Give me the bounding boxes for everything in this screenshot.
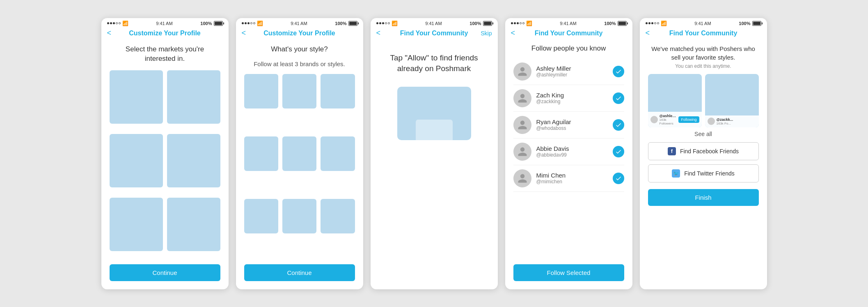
battery-icon-2	[348, 21, 357, 26]
user-handle-0: @ashleymiller	[536, 72, 613, 78]
twitter-label: Find Twitter Friends	[684, 170, 735, 177]
user-row-4[interactable]: Mimi Chen @mimichen	[513, 165, 624, 192]
style-tile-8[interactable]	[282, 199, 316, 233]
user-name-0: Ashley Miller	[536, 65, 613, 72]
status-left-5: 📶	[646, 21, 667, 26]
avatar-3	[513, 143, 531, 161]
back-button-3[interactable]: <	[376, 29, 381, 37]
user-row-3[interactable]: Abbie Davis @abbiedav99	[513, 138, 624, 165]
tile-2[interactable]	[167, 70, 220, 124]
person-icon-4	[517, 173, 528, 184]
signal-icon-2	[242, 22, 255, 24]
user-row-2[interactable]: Ryan Aguilar @whodaboss	[513, 112, 624, 138]
style-tile-4[interactable]	[244, 136, 278, 171]
battery-pct-5: 100%	[739, 21, 750, 26]
nav-title-5: Find Your Community	[669, 30, 737, 37]
battery-icon-5	[752, 21, 761, 26]
follow-selected-button[interactable]: Follow Selected	[513, 264, 624, 281]
style-tile-5[interactable]	[282, 136, 316, 171]
nav-bar-4: < Find Your Community	[505, 28, 632, 40]
user-info-1: Zach King @zackking	[536, 92, 613, 104]
status-bar-4: 📶 9:41 AM 100%	[505, 18, 632, 28]
user-handle-4: @mimichen	[536, 179, 613, 185]
status-left-1: 📶	[107, 21, 128, 26]
time-display-4: 9:41 AM	[560, 21, 576, 26]
style-tile-6[interactable]	[321, 136, 355, 171]
posher-card-footer-1: @zackk... 163k Fo...	[705, 115, 759, 127]
posher-avatar-0	[650, 116, 658, 123]
user-name-2: Ryan Aguilar	[536, 118, 613, 125]
tile-5[interactable]	[110, 198, 163, 251]
continue-button-2[interactable]: Continue	[244, 264, 355, 281]
posher-card-1: @zackk... 163k Fo...	[705, 74, 759, 127]
status-bar-2: 📶 9:41 AM 100%	[236, 18, 363, 28]
status-bar-3: 📶 9:41 AM 100%	[371, 18, 498, 28]
check-icon-1	[615, 95, 622, 102]
user-row-1[interactable]: Zach King @zackking	[513, 85, 624, 112]
style-tile-7[interactable]	[244, 199, 278, 233]
signal-icon-3	[376, 22, 390, 24]
wifi-icon-3: 📶	[392, 21, 398, 26]
wifi-icon-4: 📶	[526, 21, 532, 26]
posher-handle-1: @zackk...	[717, 118, 756, 122]
facebook-icon: f	[668, 147, 676, 155]
style-tile-9[interactable]	[321, 199, 355, 233]
user-info-2: Ryan Aguilar @whodaboss	[536, 118, 613, 131]
facebook-button[interactable]: f Find Facebook Friends	[648, 142, 759, 160]
battery-pct-4: 100%	[604, 21, 616, 26]
tile-3[interactable]	[110, 134, 163, 187]
posher-avatar-1	[708, 118, 715, 125]
check-0[interactable]	[613, 66, 624, 77]
nav-title-1: Customize Your Profile	[129, 30, 201, 37]
user-name-3: Abbie Davis	[536, 145, 613, 152]
screen-3: 📶 9:41 AM 100% < Find Your Community Ski…	[371, 18, 498, 289]
battery-icon	[214, 21, 223, 26]
phone-illustration	[397, 87, 471, 140]
screen2-heading: What's your style?	[244, 44, 355, 54]
status-left-2: 📶	[242, 21, 263, 26]
check-1[interactable]	[613, 92, 624, 104]
time-display-3: 9:41 AM	[425, 21, 442, 26]
matched-subheading: You can edit this anytime.	[648, 63, 759, 69]
battery-icon-4	[618, 21, 627, 26]
continue-button-1[interactable]: Continue	[110, 264, 220, 281]
check-2[interactable]	[613, 119, 624, 131]
nav-bar-3: < Find Your Community Skip	[371, 28, 498, 40]
status-bar-5: 📶 9:41 AM 100%	[640, 18, 767, 28]
back-button-2[interactable]: <	[242, 29, 246, 37]
status-left-4: 📶	[511, 21, 532, 26]
see-all-link[interactable]: See all	[648, 131, 759, 137]
illustration-inner	[416, 120, 453, 140]
status-right-5: 100%	[739, 21, 761, 26]
skip-button[interactable]: Skip	[481, 30, 492, 37]
check-3[interactable]	[613, 146, 624, 157]
avatar-0	[513, 62, 531, 81]
check-icon-2	[615, 122, 622, 128]
back-button-4[interactable]: <	[511, 29, 515, 37]
avatar-1	[513, 89, 531, 107]
screen-3-content: Tap "Allow" to find friends already on P…	[371, 40, 498, 289]
style-tile-2[interactable]	[282, 74, 316, 108]
nav-title-2: Customize Your Profile	[263, 30, 335, 37]
screen-4-content: Follow people you know Ashley Miller @as…	[505, 40, 632, 289]
posher-card-footer-0: @ashleymiller 163k Followers Following	[648, 112, 702, 127]
style-tile-1[interactable]	[244, 74, 278, 108]
tile-6[interactable]	[167, 198, 220, 251]
style-tile-3[interactable]	[321, 74, 355, 108]
tile-1[interactable]	[110, 70, 163, 124]
user-list: Ashley Miller @ashleymiller Zach King @z…	[513, 58, 624, 259]
screen-1-content: Select the markets you're interested in.…	[101, 40, 229, 289]
user-info-4: Mimi Chen @mimichen	[536, 172, 613, 185]
person-icon-3	[517, 146, 528, 157]
time-display-5: 9:41 AM	[694, 21, 711, 26]
finish-button[interactable]: Finish	[648, 189, 759, 206]
user-row-0[interactable]: Ashley Miller @ashleymiller	[513, 58, 624, 85]
following-button-0[interactable]: Following	[678, 116, 699, 123]
tile-4[interactable]	[167, 134, 220, 187]
user-handle-3: @abbiedav99	[536, 152, 613, 158]
battery-pct: 100%	[200, 21, 212, 26]
back-button-1[interactable]: <	[107, 29, 112, 37]
back-button-5[interactable]: <	[646, 29, 650, 37]
twitter-button[interactable]: 🐦 Find Twitter Friends	[648, 164, 759, 182]
check-4[interactable]	[613, 173, 624, 184]
